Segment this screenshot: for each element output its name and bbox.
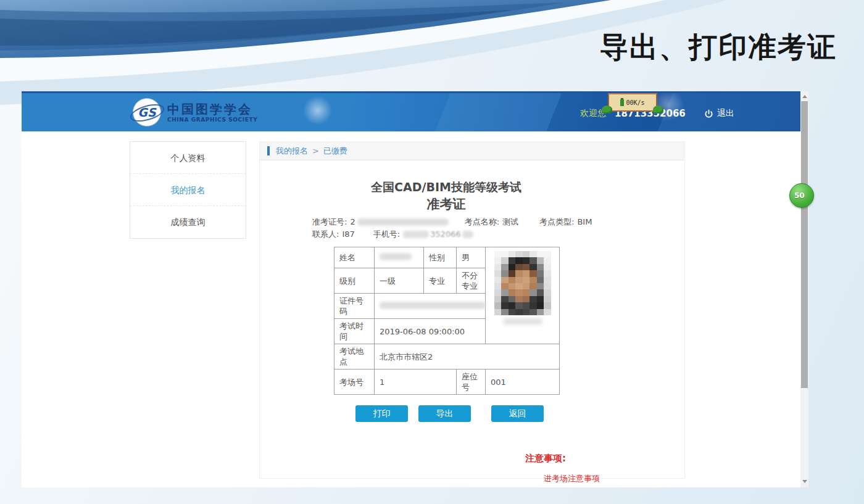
photo-caption-redacted — [504, 318, 542, 324]
scrollbar-thumb[interactable] — [801, 101, 808, 388]
admission-ticket: 全国CAD/BIM技能等级考试 准考证 准考证号: 2 考点名称: 测试 考点类… — [292, 160, 600, 484]
phone-label: 手机号: — [373, 228, 400, 241]
table-row: 考场号 1 座位号 001 — [334, 370, 560, 395]
table-row: 姓名 性别 男 — [334, 247, 560, 268]
logout-label: 退出 — [717, 108, 734, 119]
seat-label: 座位号 — [457, 370, 486, 395]
contact-value: I87 — [342, 228, 354, 241]
network-speed-widget: 00K/s — [608, 93, 657, 112]
logo-text: 中国图学学会 CHINA GRAPHICS SOCIETY — [167, 102, 257, 123]
name-value — [375, 247, 424, 268]
notice-link[interactable]: 进考场注意事项 — [544, 473, 600, 484]
gender-value: 男 — [457, 247, 486, 268]
sidebar-item-personal-info[interactable]: 个人资料 — [130, 142, 246, 174]
seat-value: 001 — [486, 370, 560, 395]
level-value: 一级 — [375, 268, 424, 294]
bush-icon — [602, 105, 612, 114]
graphics-society-logo-icon: GS — [133, 98, 161, 126]
photo-cell — [486, 247, 560, 344]
phone-redacted — [403, 231, 429, 238]
time-value: 2019-06-08 09:00:00 — [375, 319, 486, 344]
site-header: GS 中国图学学会 CHINA GRAPHICS SOCIETY 00K/s 欢… — [22, 91, 800, 131]
ticket-no-redacted — [357, 218, 449, 226]
button-row: 打印 导出 返回 — [355, 405, 600, 422]
breadcrumb: 我的报名 > 已缴费 — [260, 142, 684, 160]
export-button[interactable]: 导出 — [418, 405, 471, 422]
back-button[interactable]: 返回 — [491, 405, 544, 422]
page-body: 个人资料 我的报名 成绩查询 我的报名 > 已缴费 全国CAD/BIM技能等级考… — [22, 131, 800, 487]
ticket-no-visible: 2 — [350, 216, 355, 228]
place-label: 考试地点 — [334, 344, 375, 370]
breadcrumb-section[interactable]: 我的报名 — [276, 146, 308, 157]
main-content-card: 我的报名 > 已缴费 全国CAD/BIM技能等级考试 准考证 准考证号: 2 考… — [259, 141, 685, 479]
site-logo[interactable]: GS 中国图学学会 CHINA GRAPHICS SOCIETY — [133, 98, 257, 126]
room-value: 1 — [375, 370, 457, 395]
breadcrumb-separator: > — [312, 146, 319, 155]
logo-title: 中国图学学会 — [167, 102, 257, 117]
print-button[interactable]: 打印 — [355, 405, 408, 422]
pixel-character-icon — [620, 99, 624, 106]
gender-label: 性别 — [424, 247, 457, 268]
site-type-value: BIM — [577, 216, 592, 228]
table-row: 考试地点 北京市市辖区2 — [334, 344, 560, 370]
time-label: 考试时间 — [334, 319, 375, 344]
site-name-label: 考点名称: — [465, 216, 499, 228]
breadcrumb-page: 已缴费 — [323, 146, 347, 157]
scroll-up-arrow[interactable] — [800, 92, 808, 101]
level-label: 级别 — [334, 268, 375, 294]
major-value: 不分专业 — [457, 268, 486, 294]
ticket-info-row-1: 准考证号: 2 考点名称: 测试 考点类型: BIM — [312, 216, 600, 228]
contact-label: 联系人: — [312, 228, 339, 241]
sidebar-item-my-registration[interactable]: 我的报名 — [130, 174, 246, 206]
place-value: 北京市市辖区2 — [375, 344, 560, 370]
logo-subtitle: CHINA GRAPHICS SOCIETY — [167, 117, 257, 123]
name-label: 姓名 — [334, 247, 375, 268]
ticket-subtitle: 准考证 — [292, 195, 600, 213]
major-label: 专业 — [424, 268, 457, 294]
power-icon — [704, 109, 713, 118]
ticket-table: 姓名 性别 男 级别 一级 专业 不分专业 — [334, 247, 560, 395]
network-speed-value: 00K/s — [626, 99, 644, 106]
bush-icon — [653, 105, 663, 114]
exam-title: 全国CAD/BIM技能等级考试 — [292, 179, 600, 195]
browser-screenshot: GS 中国图学学会 CHINA GRAPHICS SOCIETY 00K/s 欢… — [22, 91, 808, 487]
phone-redacted-2 — [462, 231, 473, 238]
slide-title: 导出、打印准考证 — [600, 28, 837, 67]
site-name-value: 测试 — [502, 216, 518, 228]
speed-ball-value: 50 — [794, 191, 805, 200]
scroll-down-arrow[interactable] — [800, 477, 808, 486]
notice-title: 注意事项: — [525, 453, 600, 465]
ticket-no-label: 准考证号: — [312, 216, 347, 228]
id-value — [375, 294, 486, 319]
site-type-label: 考点类型: — [539, 216, 574, 228]
phone-visible: 352066 — [430, 228, 461, 241]
logout-button[interactable]: 退出 — [704, 108, 734, 119]
candidate-photo — [494, 251, 551, 315]
logo-orbit-ring — [128, 101, 166, 125]
ticket-info-row-2: 联系人: I87 手机号: 352066 — [312, 228, 600, 241]
sidebar: 个人资料 我的报名 成绩查询 — [130, 141, 246, 239]
sidebar-item-score-query[interactable]: 成绩查询 — [130, 206, 246, 238]
id-label: 证件号码 — [334, 294, 375, 319]
scrollbar[interactable] — [800, 91, 808, 487]
breadcrumb-accent-bar — [267, 146, 270, 155]
speed-ball-widget[interactable]: 50 — [789, 183, 814, 208]
room-label: 考场号 — [334, 370, 375, 395]
